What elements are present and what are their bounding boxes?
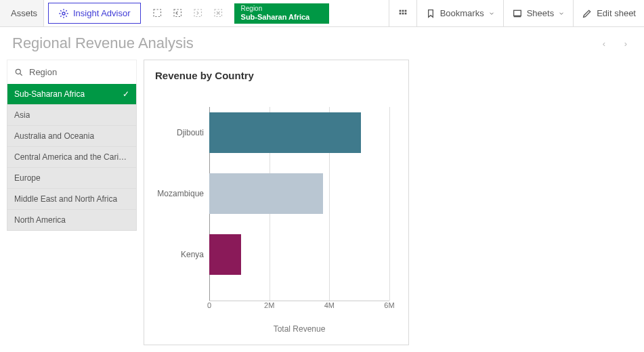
svg-rect-13 <box>402 12 404 14</box>
filter-item[interactable]: Europe <box>7 168 137 189</box>
divider <box>43 0 44 26</box>
svg-rect-11 <box>404 9 406 12</box>
step-back-icon[interactable] <box>169 5 187 22</box>
selection-chip[interactable]: Region Sub-Saharan Africa <box>234 3 329 24</box>
lasso-add-icon[interactable] <box>149 5 167 22</box>
bookmarks-button[interactable]: Bookmarks <box>416 0 503 26</box>
x-tick: 6M <box>384 301 394 309</box>
svg-rect-10 <box>402 9 404 12</box>
revenue-chart-card: Revenue by Country DjiboutiMozambiqueKen… <box>144 60 409 345</box>
top-toolbar: Assets Insight Advisor Region Sub-Sahara… <box>0 0 644 27</box>
filter-list: Sub-Saharan Africa✓AsiaAustralia and Oce… <box>7 84 137 231</box>
bookmark-icon <box>425 8 436 19</box>
filter-item[interactable]: Australia and Oceania <box>7 126 137 147</box>
chevron-down-icon <box>558 10 565 17</box>
y-category-label: Mozambique <box>150 189 204 198</box>
filter-item[interactable]: North America <box>7 210 137 231</box>
filter-search[interactable]: Region <box>7 60 137 84</box>
selection-field-value: Sub-Saharan Africa <box>241 13 322 22</box>
insight-label: Insight Advisor <box>73 8 131 18</box>
filter-item[interactable]: Central America and the Cari… <box>7 147 137 168</box>
pencil-icon <box>582 8 593 19</box>
svg-rect-14 <box>404 12 406 14</box>
chevron-down-icon <box>488 10 495 17</box>
sheets-button[interactable]: Sheets <box>503 0 573 26</box>
toolbar-right: Bookmarks Sheets Edit sheet <box>389 0 644 26</box>
x-tick: 0 <box>207 301 211 309</box>
title-row: Regional Revenue Analysis ‹ › <box>0 27 644 60</box>
region-filter-pane: Region Sub-Saharan Africa✓AsiaAustralia … <box>7 60 137 345</box>
prev-sheet-button[interactable]: ‹ <box>598 39 610 49</box>
svg-line-18 <box>20 73 22 75</box>
bar[interactable] <box>209 234 241 275</box>
search-icon <box>14 68 24 77</box>
bar[interactable] <box>209 112 361 153</box>
main-area: Region Sub-Saharan Africa✓AsiaAustralia … <box>0 60 644 352</box>
selection-tools <box>145 0 232 26</box>
x-axis-label: Total Revenue <box>209 324 389 334</box>
x-tick: 4M <box>324 301 335 309</box>
chart-body[interactable]: DjiboutiMozambiqueKenya 02M4M6M Total Re… <box>155 87 398 339</box>
chart-title: Revenue by Country <box>155 70 398 81</box>
insight-icon <box>58 8 69 19</box>
bar[interactable] <box>209 173 323 214</box>
bookmarks-label: Bookmarks <box>440 8 484 18</box>
sheets-label: Sheets <box>527 8 554 18</box>
page-title: Regional Revenue Analysis <box>12 35 194 52</box>
y-category-label: Djibouti <box>150 128 204 137</box>
clear-selection-icon[interactable] <box>210 5 228 22</box>
svg-rect-9 <box>399 9 401 12</box>
filter-item[interactable]: Middle East and North Africa <box>7 189 137 210</box>
filter-field-name: Region <box>29 67 57 77</box>
y-category-label: Kenya <box>150 250 204 259</box>
svg-rect-15 <box>513 10 521 16</box>
selections-grid-button[interactable] <box>389 0 416 26</box>
assets-button[interactable]: Assets <box>0 0 43 26</box>
check-icon: ✓ <box>123 89 129 99</box>
sheet-nav: ‹ › <box>598 39 632 49</box>
edit-sheet-button[interactable]: Edit sheet <box>573 0 644 26</box>
filter-item[interactable]: Sub-Saharan Africa✓ <box>7 84 137 105</box>
svg-point-17 <box>16 69 20 74</box>
insight-advisor-button[interactable]: Insight Advisor <box>48 3 141 24</box>
x-axis: 02M4M6M <box>209 301 389 315</box>
sheets-icon <box>512 8 523 19</box>
filter-item[interactable]: Asia <box>7 105 137 126</box>
x-tick: 2M <box>264 301 274 309</box>
svg-point-2 <box>62 12 65 15</box>
svg-rect-3 <box>154 9 161 17</box>
selection-field-name: Region <box>241 5 322 13</box>
next-sheet-button[interactable]: › <box>620 39 632 49</box>
assets-label: Assets <box>11 8 37 18</box>
svg-rect-12 <box>399 12 401 14</box>
step-forward-icon[interactable] <box>190 5 207 22</box>
svg-rect-4 <box>174 9 181 17</box>
edit-label: Edit sheet <box>597 8 636 18</box>
grid-icon <box>398 8 408 19</box>
